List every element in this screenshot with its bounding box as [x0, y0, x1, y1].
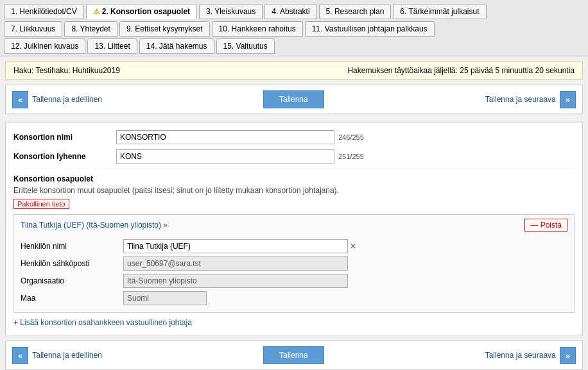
remove-button[interactable]: — Poista: [524, 219, 567, 231]
person-nimi-row: Henkilön nimi ✕: [21, 239, 567, 253]
warning-icon: ⚠: [93, 7, 100, 16]
haku-info: Haku: Testihaku: Huhtikuu2019: [13, 66, 120, 75]
bottom-next-button[interactable]: Tallenna ja seuraava: [485, 351, 556, 360]
person-header: Tiina Tutkija (UEF) (Itä-Suomen yliopist…: [14, 215, 574, 235]
person-nimi-input[interactable]: [123, 239, 348, 253]
person-org-label: Organisaatio: [21, 276, 123, 285]
tab-row-3: 12. Julkinen kuvaus 13. Liitteet 14. Jät…: [4, 38, 584, 54]
tab-liitteet[interactable]: 13. Liitteet: [87, 38, 137, 54]
konsortio-lyhenne-label: Konsortion lyhenne: [13, 152, 116, 161]
top-action-bar: « Tallenna ja edellinen Tallenna Tallenn…: [5, 85, 583, 114]
osapuolet-desc: Erittele konsortion muut osapuolet (pait…: [13, 186, 575, 195]
tab-research-plan[interactable]: 5. Research plan: [319, 4, 392, 19]
required-badge: Pakollinen tieto: [13, 199, 69, 209]
tab-yhteydet[interactable]: 8. Yhteydet: [64, 21, 117, 37]
person-fields: Henkilön nimi ✕ Henkilön sähköposti Orga…: [14, 235, 574, 312]
osapuolet-header: Konsortion osapuolet: [13, 174, 575, 183]
person-maa-row: Maa: [21, 291, 567, 305]
konsortio-nimi-input[interactable]: [116, 130, 334, 144]
person-maa-label: Maa: [21, 294, 123, 303]
konsortio-nimi-row: Konsortion nimi 246/255: [13, 130, 575, 144]
konsortio-lyhenne-wrap: 251/255: [116, 149, 575, 164]
person-email-input: [123, 256, 348, 271]
main-content: « Tallenna ja edellinen Tallenna Tallenn…: [0, 80, 588, 370]
person-org-input: [123, 274, 348, 288]
form-section: Konsortion nimi 246/255 Konsortion lyhen…: [5, 122, 583, 335]
konsortio-lyhenne-chars: 251/255: [338, 153, 364, 160]
konsortio-nimi-label: Konsortion nimi: [13, 133, 116, 142]
bottom-prev-button[interactable]: Tallenna ja edellinen: [32, 351, 102, 360]
next-button[interactable]: Tallenna ja seuraava: [485, 95, 556, 104]
tab-row-2: 7. Liikkuvuus 8. Yhteydet 9. Eettiset ky…: [4, 21, 584, 37]
next-arrow-button[interactable]: »: [560, 91, 576, 108]
person-maa-input: [123, 291, 207, 305]
bottom-left-actions: « Tallenna ja edellinen: [12, 347, 102, 364]
tab-hankkeen-rahoitus[interactable]: 10. Hankkeen rahoitus: [212, 21, 303, 37]
person-nimi-label: Henkilön nimi: [21, 242, 123, 251]
tab-abstrakti[interactable]: 4. Abstrakti: [264, 4, 316, 19]
tab-row-1: 1. Henkilötiedot/CV ⚠2. Konsortion osapu…: [4, 4, 584, 19]
tab-jata-hakemus[interactable]: 14. Jätä hakemus: [139, 38, 214, 54]
tab-konsortion-osapuolet[interactable]: ⚠2. Konsortion osapuolet: [86, 4, 197, 19]
tab-yleiskuvaus[interactable]: 3. Yleiskuvaus: [199, 4, 263, 19]
info-bar: Haku: Testihaku: Huhtikuu2019 Hakemuksen…: [5, 62, 583, 80]
navigation-tabs: 1. Henkilötiedot/CV ⚠2. Konsortion osapu…: [0, 0, 588, 56]
clear-nimi-icon[interactable]: ✕: [350, 242, 356, 251]
tab-eettiset-kysymykset[interactable]: 9. Eettiset kysymykset: [119, 21, 210, 37]
tab-tarkeimat-julkaisut[interactable]: 6. Tärkeimmät julkaisut: [393, 4, 486, 19]
konsortio-lyhenne-row: Konsortion lyhenne 251/255: [13, 149, 575, 164]
bottom-right-actions: Tallenna ja seuraava »: [485, 347, 576, 364]
person-block: Tiina Tutkija (UEF) (Itä-Suomen yliopist…: [13, 214, 575, 313]
person-email-row: Henkilön sähköposti: [21, 256, 567, 271]
bottom-prev-arrow-button[interactable]: «: [12, 347, 28, 364]
konsortio-nimi-wrap: 246/255: [116, 130, 575, 144]
top-right-actions: Tallenna ja seuraava »: [485, 91, 576, 108]
tab-liikkuvuus[interactable]: 7. Liikkuvuus: [4, 21, 62, 37]
person-email-label: Henkilön sähköposti: [21, 259, 123, 268]
konsortio-lyhenne-input[interactable]: [116, 149, 334, 164]
save-button-top[interactable]: Tallenna: [263, 90, 324, 108]
prev-arrow-button[interactable]: «: [12, 91, 28, 108]
tab-henkilotiedot[interactable]: 1. Henkilötiedot/CV: [4, 4, 84, 19]
bottom-action-bar: « Tallenna ja edellinen Tallenna Tallenn…: [5, 341, 583, 370]
deadline-info: Hakemuksen täyttöaikaa jäljellä: 25 päiv…: [347, 66, 575, 75]
top-left-actions: « Tallenna ja edellinen: [12, 91, 102, 108]
prev-button[interactable]: Tallenna ja edellinen: [32, 95, 102, 104]
person-org-row: Organisaatio: [21, 274, 567, 288]
tab-valtuutus[interactable]: 15. Valtuutus: [216, 38, 275, 54]
person-link[interactable]: Tiina Tutkija (UEF) (Itä-Suomen yliopist…: [21, 221, 168, 230]
konsortio-nimi-chars: 246/255: [338, 133, 364, 141]
bottom-next-arrow-button[interactable]: »: [560, 347, 576, 364]
add-person-link[interactable]: Lisää konsortion osahankkeen vastuulline…: [13, 318, 192, 327]
tab-julkinen-kuvaus[interactable]: 12. Julkinen kuvaus: [4, 38, 85, 54]
save-button-bottom[interactable]: Tallenna: [263, 346, 324, 364]
tab-vastuullisen-johtajan-palkkaus[interactable]: 11. Vastuullisen johtajan palkkaus: [305, 21, 435, 37]
